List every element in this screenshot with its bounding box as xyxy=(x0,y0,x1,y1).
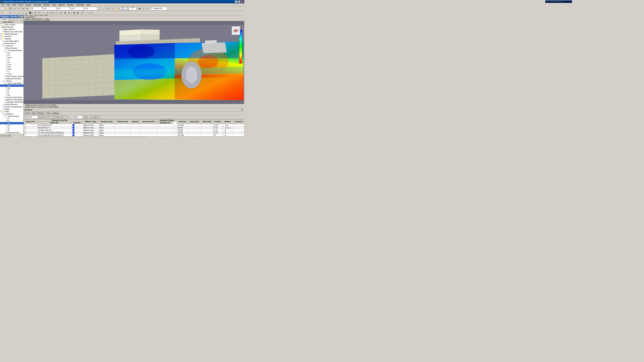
menu-results[interactable]: Results xyxy=(42,4,51,6)
final-results-item[interactable]: Final Results xyxy=(0,26,24,28)
menu-help[interactable]: Help xyxy=(85,4,91,6)
phim-radio[interactable] xyxy=(6,61,7,63)
s1m2-item[interactable]: σ1,m xyxy=(0,63,24,66)
differences-radio[interactable] xyxy=(2,31,3,32)
tmax-item[interactable]: τmax+ xyxy=(0,56,24,59)
lc4-dropdown[interactable]: LC4 xyxy=(84,7,98,10)
col-boundary[interactable]: Boundary Lines No. xyxy=(37,119,83,122)
expand-icon[interactable]: + xyxy=(0,33,2,35)
contact-item[interactable]: 📊 Contact Stresses xyxy=(0,103,24,106)
nav-bottom-btn2[interactable]: ◈ xyxy=(4,134,8,137)
static-analysis-check[interactable] xyxy=(0,21,2,23)
nav-close-btn[interactable]: ✕ xyxy=(21,15,23,17)
expand-icon[interactable]: - xyxy=(2,80,4,82)
principal-total-item[interactable]: 📋 Principal Total Strains xyxy=(0,96,24,98)
s2p-radio[interactable] xyxy=(6,52,7,53)
s2m-item[interactable]: σ2,m xyxy=(0,66,24,68)
equiv-total-item[interactable]: 📋 Equivalent Total Strains xyxy=(0,101,24,103)
data-table[interactable]: Surface No. Boundary Lines No. Stiffness… xyxy=(24,119,244,137)
tb-annotation[interactable]: A xyxy=(81,11,84,15)
eyy-item[interactable]: εyy+ xyxy=(0,87,24,89)
solids-basic-item[interactable]: - 📋 Basic Stresses xyxy=(0,115,24,117)
tb-select[interactable]: ↖ xyxy=(0,11,4,15)
tb-zoom-in[interactable]: 🔍 xyxy=(98,7,102,10)
tb-member[interactable]: ═ xyxy=(21,11,24,15)
lc1-dropdown[interactable]: LC1 xyxy=(43,7,56,10)
tab-members[interactable]: Members xyxy=(60,137,70,137)
expand-icon[interactable]: - xyxy=(4,82,6,84)
phim-item[interactable]: φm xyxy=(0,61,24,63)
tmaxm-radio[interactable] xyxy=(6,68,7,70)
tb2-next[interactable]: ► xyxy=(42,116,44,119)
tab-line-sets[interactable]: Line Sets xyxy=(99,137,109,137)
viewport[interactable]: 175.00 80.00 xyxy=(24,21,244,104)
table-row[interactable]: 7 273,274,388,403-397,470-459,275 Withou… xyxy=(24,134,244,137)
tb-select-rect[interactable]: ⬜ xyxy=(4,11,8,15)
solids-stresses-item[interactable]: - 📊 Stresses xyxy=(0,113,24,115)
table-view[interactable]: View xyxy=(46,112,51,115)
tb-filter[interactable]: ⊠ xyxy=(67,11,71,15)
sx-item[interactable]: σx xyxy=(0,117,24,120)
tab-surface-sets[interactable]: Surface Sets xyxy=(123,137,136,137)
final-results-radio[interactable] xyxy=(2,26,3,28)
basic-objects-dropdown[interactable]: Basic Objects xyxy=(68,116,82,119)
col-stiffness[interactable]: Stiffness Type xyxy=(83,119,98,124)
members-header[interactable]: + 📁 Members xyxy=(0,35,24,37)
expand-icon[interactable]: - xyxy=(0,111,2,112)
tb-undo[interactable]: ↩ xyxy=(13,7,16,10)
expand-icon[interactable]: - xyxy=(4,115,6,117)
expand-icon[interactable]: - xyxy=(0,24,2,25)
ek-item[interactable]: εk- xyxy=(0,89,24,91)
expand-icon[interactable]: - xyxy=(2,113,4,115)
gxy-item[interactable]: γxy+ xyxy=(0,94,24,96)
tb-print[interactable]: 🖨 xyxy=(22,7,25,10)
tb-material-vis[interactable]: ◧ xyxy=(76,11,80,15)
expand-icon[interactable]: - xyxy=(2,45,4,46)
tb2-help[interactable]: ? xyxy=(98,116,100,119)
close-button[interactable]: ✕ xyxy=(241,0,244,3)
menu-window[interactable]: Window xyxy=(66,4,75,6)
col-options[interactable]: Options xyxy=(223,119,233,124)
tab-solids[interactable]: Solids xyxy=(92,137,99,137)
menu-edit[interactable]: Edit xyxy=(6,4,11,6)
ek-radio[interactable] xyxy=(6,90,7,91)
s1m-item[interactable]: σ1- xyxy=(0,59,24,61)
col-openings[interactable]: Openings No. xyxy=(157,122,173,124)
shape-item[interactable]: 📊 Shape xyxy=(0,108,24,110)
tb-sections[interactable]: ⊟ xyxy=(51,11,54,15)
expand-icon[interactable]: - xyxy=(0,38,2,39)
vt-item[interactable]: υτ xyxy=(0,70,24,73)
sx-radio[interactable] xyxy=(6,118,7,119)
tb-snap-grid[interactable]: ⊞ xyxy=(33,11,37,15)
col-thickness[interactable]: Thickness No. xyxy=(115,119,130,124)
s1m2-radio[interactable] xyxy=(6,64,7,65)
table-edit[interactable]: Edit xyxy=(31,112,36,115)
col-material[interactable]: Material xyxy=(131,119,140,124)
sz-item[interactable]: σz xyxy=(0,122,24,124)
tb-surface[interactable]: ▭ xyxy=(24,11,28,15)
tb-zoom-out[interactable]: 🔎 xyxy=(102,7,106,10)
col-area[interactable]: Area [m²] xyxy=(177,119,188,124)
vt-radio[interactable] xyxy=(6,71,7,72)
tab-surfaces[interactable]: Surfaces xyxy=(70,137,80,137)
exx-item[interactable]: εxx+ xyxy=(0,84,24,87)
close-table[interactable]: ✕ xyxy=(241,109,244,111)
stresses-item[interactable]: - 📊 Stresses xyxy=(0,44,24,47)
tb-new[interactable]: 📄 xyxy=(0,7,4,10)
maximize-button[interactable]: □ xyxy=(238,0,240,3)
tb-iso[interactable]: ⬡ xyxy=(146,7,149,10)
tb-solid[interactable]: ⬛ xyxy=(28,11,32,15)
tb2-prev[interactable]: ◄ xyxy=(38,116,41,119)
exx-radio[interactable] xyxy=(6,85,7,86)
global-def-header[interactable]: + 📁 Global Definitions xyxy=(0,33,24,35)
max-total-item[interactable]: 📋 Maximum Total Strains xyxy=(0,98,24,101)
tb2-add[interactable]: + xyxy=(46,116,49,119)
tb-redo[interactable]: ↪ xyxy=(17,7,20,10)
s2p-item[interactable]: σ2,+ xyxy=(0,52,24,54)
menu-calculate[interactable]: Calculate xyxy=(32,4,42,6)
s1m-radio[interactable] xyxy=(6,59,7,60)
tb-save[interactable]: 💾 xyxy=(8,7,12,10)
s1p-radio[interactable] xyxy=(6,54,7,56)
tmaxm-item[interactable]: τmax xyxy=(0,68,24,70)
tb-show-all[interactable]: ◉ xyxy=(63,11,67,15)
